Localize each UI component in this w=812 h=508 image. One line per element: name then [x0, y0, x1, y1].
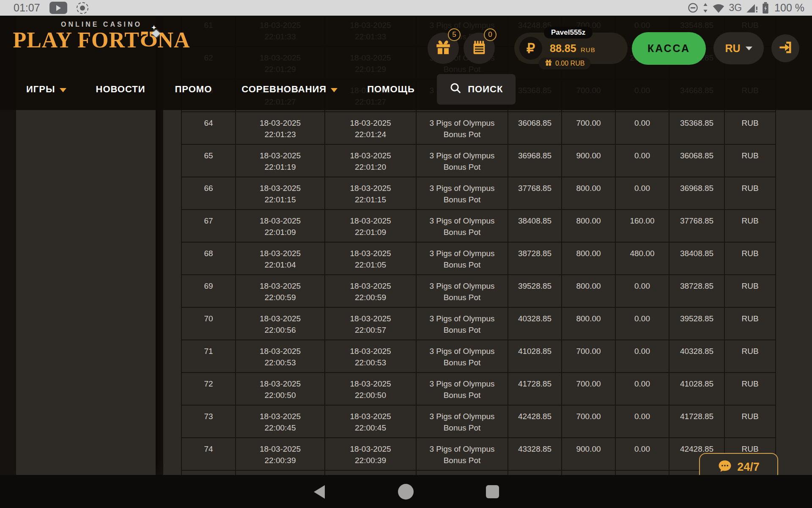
nav-item-1[interactable]: НОВОСТИ: [96, 84, 145, 95]
android-status-bar: 01:07 3G: [0, 0, 812, 16]
recents-button[interactable]: [486, 485, 499, 498]
cell-row-number: 69: [182, 275, 236, 308]
table-row: 6918-03-202522:00:5918-03-202522:00:593 …: [182, 275, 776, 308]
nav-item-label: СОРЕВНОВАНИЯ: [241, 84, 326, 95]
cell-game-name: 3 Pigs of Olympus Bonus Pot: [417, 177, 508, 210]
battery-icon: [762, 2, 769, 14]
wifi-icon: [712, 3, 725, 14]
home-button[interactable]: [398, 484, 414, 500]
cell-win: 0.00: [616, 373, 669, 406]
cell-balance: 40328.85: [508, 308, 562, 340]
nav-item-0[interactable]: ИГРЫ: [26, 84, 66, 95]
cell-game-name: 3 Pigs of Olympus Bonus Pot: [417, 373, 508, 406]
clock: 01:07: [14, 2, 40, 14]
cell-end-datetime: 18-03-202522:01:15: [325, 177, 417, 210]
cell-row-number: 71: [182, 340, 236, 373]
cell-row-number: 74: [182, 438, 236, 471]
nav-item-label: ПОМОЩЬ: [367, 84, 415, 95]
cell-start-datetime: 18-03-202522:01:04: [236, 243, 325, 275]
table-row: 6718-03-202522:01:0918-03-202522:01:093 …: [182, 210, 776, 243]
cell-start-datetime: 18-03-202522:01:15: [236, 177, 325, 210]
nav-item-3[interactable]: СОРЕВНОВАНИЯ: [241, 84, 337, 95]
table-row: 6518-03-202522:01:1918-03-202522:01:203 …: [182, 145, 776, 177]
data-transfer-arrows-icon: [702, 2, 709, 14]
cell-start-datetime: 18-03-202522:00:56: [236, 308, 325, 340]
search-label: ПОИСК: [468, 84, 503, 95]
cell-end-datetime: 18-03-202522:01:05: [325, 243, 417, 275]
cell-game-name: 3 Pigs of Olympus Bonus Pot: [417, 340, 508, 373]
cell-game-name: 3 Pigs of Olympus Bonus Pot: [417, 275, 508, 308]
cell-row-number: 72: [182, 373, 236, 406]
cell-balance: 43328.85: [508, 438, 562, 471]
cell-win: 0.00: [616, 406, 669, 438]
cell-row-number: 73: [182, 406, 236, 438]
cell-balance: 41728.85: [508, 373, 562, 406]
main-nav: ИГРЫНОВОСТИПРОМОСОРЕВНОВАНИЯПОМОЩЬ ПОИСК: [26, 74, 516, 105]
cell-end-datetime: 18-03-202522:00:59: [325, 275, 417, 308]
cell-balance: 36068.85: [508, 112, 562, 145]
cell-game-name: 3 Pigs of Olympus Bonus Pot: [417, 145, 508, 177]
chevron-down-icon: [331, 88, 337, 92]
nav-item-4[interactable]: ПОМОЩЬ: [367, 84, 415, 95]
cell-row-number: 68: [182, 243, 236, 275]
cell-currency: RUB: [725, 275, 776, 308]
cashier-button[interactable]: КАССА: [632, 32, 706, 65]
cell-game-name: 3 Pigs of Olympus Bonus Pot: [417, 406, 508, 438]
gifts-button[interactable]: 5: [428, 33, 459, 64]
cell-balance: 41028.85: [508, 340, 562, 373]
logout-button[interactable]: [771, 34, 799, 62]
cell-amount: 800.00: [562, 210, 616, 243]
cell-amount: 800.00: [562, 275, 616, 308]
cell-game-name: 3 Pigs of Olympus Bonus Pot: [417, 438, 508, 471]
bonus-balance-pill[interactable]: 0.00 RUB: [539, 58, 590, 69]
search-button[interactable]: ПОИСК: [437, 74, 516, 105]
language-selector[interactable]: RU: [713, 32, 764, 64]
back-button[interactable]: [314, 485, 325, 499]
username-badge: Pavel555z: [544, 27, 593, 39]
cell-amount: 700.00: [562, 373, 616, 406]
cell-row-number: 66: [182, 177, 236, 210]
cell-win: 0.00: [616, 438, 669, 471]
cell-currency: RUB: [725, 406, 776, 438]
cell-start-datetime: 18-03-202522:00:50: [236, 373, 325, 406]
gifts-count-badge: 5: [448, 28, 461, 41]
chat-label: 24/7: [737, 461, 760, 474]
chevron-down-icon: [746, 47, 752, 50]
logo-tagline: ONLINE CASINO: [8, 21, 195, 28]
balance-widget[interactable]: ₽ 88.85 RUB Pavel555z: [514, 33, 628, 64]
language-code: RU: [725, 42, 740, 55]
table-row: 7418-03-202522:00:3918-03-202522:00:393 …: [182, 438, 776, 471]
nav-item-2[interactable]: ПРОМО: [175, 84, 212, 95]
cell-amount: 800.00: [562, 243, 616, 275]
cell-balance: 38408.85: [508, 210, 562, 243]
chevron-down-icon: [60, 88, 66, 92]
calendar-button[interactable]: 0: [464, 33, 495, 64]
cell-amount: 700.00: [562, 340, 616, 373]
logo-brand: PLAY FORTΩ◆✦NA: [8, 28, 195, 52]
cell-end-datetime: 18-03-202522:00:45: [325, 406, 417, 438]
cell-previous-balance: 35368.85: [669, 112, 725, 145]
sparkle-icon: ✦: [151, 16, 157, 40]
cell-end-datetime: 18-03-202522:01:24: [325, 112, 417, 145]
cell-currency: RUB: [725, 210, 776, 243]
status-right: 3G 100 %: [687, 2, 812, 14]
battery-percent-label: 100 %: [774, 2, 804, 14]
cell-currency: RUB: [725, 145, 776, 177]
cell-previous-balance: 41728.85: [669, 406, 725, 438]
cell-amount: 900.00: [562, 438, 616, 471]
chat-bubble-icon: [718, 459, 732, 475]
cell-win: 0.00: [616, 112, 669, 145]
cell-start-datetime: 18-03-202522:00:53: [236, 340, 325, 373]
cell-currency: RUB: [725, 177, 776, 210]
table-row: 7218-03-202522:00:5018-03-202522:00:503 …: [182, 373, 776, 406]
cell-win: 0.00: [616, 145, 669, 177]
balance-text: 88.85 RUB: [550, 42, 595, 55]
cell-win: 480.00: [616, 243, 669, 275]
cell-end-datetime: 18-03-202522:00:50: [325, 373, 417, 406]
android-nav-bar: [0, 475, 812, 508]
cell-previous-balance: 40328.85: [669, 340, 725, 373]
balance-amount: 88.85: [550, 42, 576, 54]
cell-win: 0.00: [616, 340, 669, 373]
play-fortuna-logo[interactable]: ONLINE CASINO PLAY FORTΩ◆✦NA: [8, 21, 195, 52]
cell-start-datetime: 18-03-202522:01:19: [236, 145, 325, 177]
